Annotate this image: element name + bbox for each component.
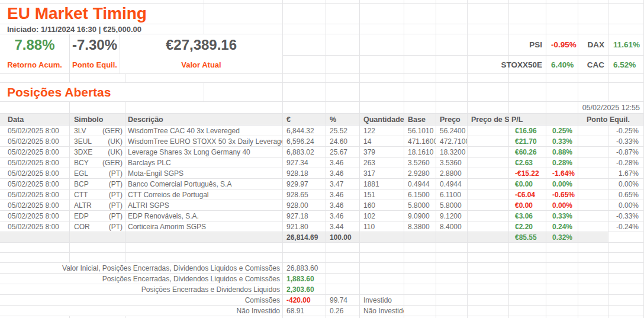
cell-description[interactable]: Mota-Engil SGPS — [125, 168, 283, 179]
cell-weight-pct[interactable]: 3.46 — [326, 189, 360, 200]
cell-base-price[interactable]: 0.4944 — [404, 179, 436, 189]
cell-quantity[interactable]: 263 — [360, 158, 404, 168]
cac-label[interactable]: CAC — [578, 56, 608, 74]
total-value-euro[interactable]: 26,814.69 — [283, 232, 326, 243]
cell-date[interactable]: 05/02/2025 8:00 — [0, 158, 70, 168]
cell-quantity[interactable]: 14 — [360, 136, 404, 147]
cell-pl-pct[interactable]: 0.24% — [546, 221, 578, 232]
cell-breakeven[interactable]: 0.00% — [608, 179, 644, 189]
cell-value-euro[interactable]: 921.80 — [283, 221, 326, 232]
cell-symbol[interactable]: BCY (GER) — [70, 158, 125, 168]
summary-pct[interactable]: 0.26 — [326, 306, 360, 316]
cell-date[interactable]: 05/02/2025 8:00 — [0, 168, 70, 179]
cell-value-euro[interactable]: 928.00 — [283, 200, 326, 211]
cell-quantity[interactable]: 122 — [360, 126, 404, 136]
cell-pl-euro[interactable]: €16.96 — [509, 126, 546, 136]
cell-stop-price[interactable] — [468, 168, 509, 179]
cell-current-price[interactable]: 472.7100 — [436, 136, 468, 147]
cell-pl-euro[interactable]: €2.20 — [509, 221, 546, 232]
cell-pl-pct[interactable]: 0.28% — [546, 158, 578, 168]
cell-stop-price[interactable] — [468, 158, 509, 168]
stoxx-value[interactable]: 6.40% — [546, 56, 578, 74]
cell-symbol[interactable]: 3EUL (UK) — [70, 136, 125, 147]
cell-base-price[interactable]: 6.1500 — [404, 189, 436, 200]
cell-description[interactable]: ALTRI SGPS — [125, 200, 283, 211]
summary-value[interactable]: 1,883.60 — [283, 274, 326, 284]
cell-value-euro[interactable]: 928.18 — [283, 168, 326, 179]
cell-base-price[interactable]: 2.9280 — [404, 168, 436, 179]
summary-pct[interactable]: 99.74 — [326, 295, 360, 306]
cell-breakeven[interactable]: 0.00% — [608, 200, 644, 211]
column-header-ponto-equil[interactable]: Ponto Equil. — [578, 114, 644, 126]
cell-weight-pct[interactable]: 25.52 — [326, 126, 360, 136]
cell-breakeven[interactable]: 1.67% — [608, 168, 644, 179]
cell-pl-pct[interactable]: -0.65% — [546, 189, 578, 200]
summary-value[interactable]: 26,883.60 — [283, 263, 326, 274]
cell-pl-euro[interactable]: -€15.22 — [509, 168, 546, 179]
psi-value[interactable]: -0.95% — [546, 34, 578, 56]
last-updated-timestamp[interactable]: 05/02/2025 12:55 — [578, 102, 644, 114]
cell-value-euro[interactable]: 929.97 — [283, 179, 326, 189]
column-header-simbolo[interactable]: Simbolo — [70, 114, 125, 126]
cell-weight-pct[interactable]: 3.46 — [326, 200, 360, 211]
cell-current-price[interactable]: 56.2400 — [436, 126, 468, 136]
stoxx-label[interactable]: STOXX50E — [509, 56, 546, 74]
cell-breakeven[interactable]: -0.33% — [608, 136, 644, 147]
cell-pl-pct[interactable]: 0.33% — [546, 136, 578, 147]
cell-quantity[interactable]: 379 — [360, 147, 404, 158]
total-weight-pct[interactable]: 100.00 — [326, 232, 360, 243]
cell-value-euro[interactable]: 927.18 — [283, 211, 326, 221]
cell-pl-pct[interactable]: 0.00% — [546, 179, 578, 189]
cell-symbol[interactable]: 3LV (GER) — [70, 126, 125, 136]
summary-value[interactable]: 68.91 — [283, 306, 326, 316]
current-value[interactable]: €27,389.16 — [120, 34, 283, 56]
cell-pl-euro[interactable]: €60.26 — [509, 147, 546, 158]
summary-pct[interactable] — [326, 284, 360, 295]
cell-pl-euro[interactable]: -€6.04 — [509, 189, 546, 200]
cell-pl-pct[interactable]: 0.88% — [546, 147, 578, 158]
cell-pl-euro[interactable]: €21.70 — [509, 136, 546, 147]
cell-current-price[interactable]: 5.8000 — [436, 200, 468, 211]
cell-breakeven[interactable]: -0.28% — [608, 158, 644, 168]
column-header-preco-stop[interactable]: Preço de Stop — [468, 114, 509, 126]
cell-date[interactable]: 05/02/2025 8:00 — [0, 200, 70, 211]
cell-description[interactable]: CTT Correios de Portugal — [125, 189, 283, 200]
column-header-descricao[interactable]: Descrição — [125, 114, 283, 126]
cell-stop-price[interactable] — [468, 147, 509, 158]
cell-pl-euro[interactable]: €0.00 — [509, 179, 546, 189]
cell-base-price[interactable]: 9.0900 — [404, 211, 436, 221]
summary-note[interactable] — [360, 274, 404, 284]
cell-base-price[interactable]: 56.1010 — [404, 126, 436, 136]
cell-symbol[interactable]: CTT (PT) — [70, 189, 125, 200]
cell-pl-pct[interactable]: 0.25% — [546, 126, 578, 136]
cell-current-price[interactable]: 6.1100 — [436, 189, 468, 200]
cell-stop-price[interactable] — [468, 189, 509, 200]
cell-date[interactable]: 05/02/2025 8:00 — [0, 126, 70, 136]
cell-date[interactable]: 05/02/2025 8:00 — [0, 136, 70, 147]
cell-current-price[interactable]: 9.1200 — [436, 211, 468, 221]
cell-stop-price[interactable] — [468, 136, 509, 147]
cell-base-price[interactable]: 18.1610 — [404, 147, 436, 158]
summary-label[interactable]: Posições Encerradas e Dividendos Liquido… — [0, 284, 283, 295]
cell-current-price[interactable]: 0.4944 — [436, 179, 468, 189]
summary-label[interactable]: Posições Encerradas, Dividendos Liquidos… — [0, 274, 283, 284]
cell-base-price[interactable]: 3.5260 — [404, 158, 436, 168]
psi-label[interactable]: PSI — [509, 34, 546, 56]
cell-current-price[interactable]: 18.3200 — [436, 147, 468, 158]
cell-pl-euro[interactable]: €2.63 — [509, 158, 546, 168]
cell-symbol[interactable]: EDP (PT) — [70, 211, 125, 221]
cell-symbol[interactable]: BCP (PT) — [70, 179, 125, 189]
breakeven-value[interactable]: -7.30% — [70, 34, 120, 56]
cell-weight-pct[interactable]: 3.47 — [326, 179, 360, 189]
summary-label[interactable]: Não Investido — [0, 306, 283, 316]
summary-note[interactable] — [360, 284, 404, 295]
cell-quantity[interactable]: 102 — [360, 211, 404, 221]
cell-quantity[interactable]: 317 — [360, 168, 404, 179]
cell-value-euro[interactable]: 6,883.02 — [283, 147, 326, 158]
cell-description[interactable]: Banco Comercial Português, S.A — [125, 179, 283, 189]
cell-quantity[interactable]: 110 — [360, 221, 404, 232]
cell-symbol[interactable]: EGL (PT) — [70, 168, 125, 179]
cell-description[interactable]: EDP Renováveis, S.A. — [125, 211, 283, 221]
cell-stop-price[interactable] — [468, 200, 509, 211]
cell-value-euro[interactable]: 928.65 — [283, 189, 326, 200]
